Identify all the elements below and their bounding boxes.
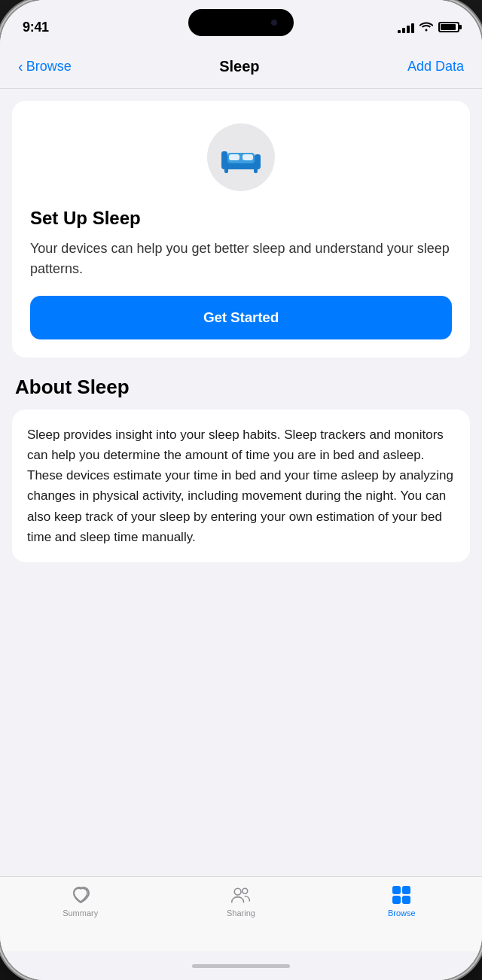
signal-bar-1	[398, 30, 401, 33]
svg-rect-7	[254, 168, 258, 173]
svg-rect-1	[221, 151, 227, 165]
about-sleep-text: Sleep provides insight into your sleep h…	[27, 425, 455, 547]
battery-fill	[441, 24, 456, 30]
svg-rect-2	[255, 154, 261, 165]
svg-rect-4	[229, 154, 239, 160]
about-sleep-card: Sleep provides insight into your sleep h…	[12, 409, 470, 562]
svg-rect-10	[392, 886, 401, 894]
main-content: Set Up Sleep Your devices can help you g…	[0, 89, 482, 876]
sleep-bed-icon	[218, 141, 264, 174]
svg-rect-6	[224, 168, 228, 173]
setup-title: Set Up Sleep	[30, 208, 141, 230]
about-sleep-section-title: About Sleep	[12, 376, 470, 399]
tab-bar: Summary Sharing	[0, 876, 482, 951]
nav-bar: ‹ Browse Sleep Add Data	[0, 45, 482, 89]
setup-description: Your devices can help you get better sle…	[30, 239, 452, 279]
home-bar	[192, 964, 290, 968]
phone-frame: 9:41	[0, 0, 482, 980]
svg-rect-5	[243, 154, 253, 160]
tab-browse[interactable]: Browse	[322, 884, 482, 918]
tab-sharing-label: Sharing	[227, 908, 255, 918]
svg-rect-13	[402, 896, 410, 904]
page-title: Sleep	[219, 58, 259, 75]
signal-bars-icon	[398, 21, 414, 33]
tab-browse-label: Browse	[388, 908, 416, 918]
signal-bar-4	[411, 23, 414, 33]
tab-sharing[interactable]: Sharing	[160, 884, 321, 918]
battery-icon	[438, 22, 459, 32]
svg-rect-12	[392, 896, 401, 904]
setup-card: Set Up Sleep Your devices can help you g…	[12, 101, 470, 358]
wifi-icon	[419, 21, 433, 34]
summary-icon	[70, 884, 91, 905]
status-icons	[398, 21, 459, 34]
get-started-button[interactable]: Get Started	[30, 296, 452, 339]
signal-bar-2	[402, 28, 405, 33]
svg-rect-11	[402, 886, 410, 894]
add-data-button[interactable]: Add Data	[407, 59, 464, 75]
screen: 9:41	[0, 0, 482, 980]
camera-dot	[271, 20, 277, 26]
home-indicator	[0, 951, 482, 980]
svg-point-8	[234, 888, 241, 895]
sleep-icon-container	[207, 123, 275, 191]
back-label[interactable]: Browse	[26, 59, 72, 75]
sharing-icon	[230, 884, 252, 905]
tab-summary[interactable]: Summary	[0, 884, 160, 918]
status-bar: 9:41	[0, 0, 482, 45]
signal-bar-3	[407, 26, 410, 33]
dynamic-island	[188, 9, 294, 36]
back-button[interactable]: ‹ Browse	[18, 58, 72, 75]
chevron-left-icon: ‹	[18, 58, 23, 75]
svg-point-9	[243, 888, 248, 893]
browse-icon	[391, 884, 412, 905]
tab-summary-label: Summary	[63, 908, 98, 918]
status-time: 9:41	[23, 20, 49, 35]
